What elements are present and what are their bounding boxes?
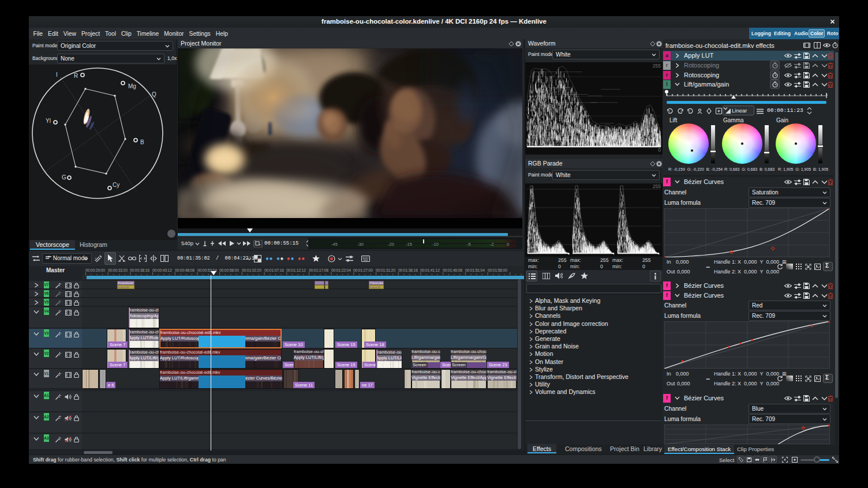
svg-text:Yl: Yl	[46, 118, 51, 124]
svg-text:G: G	[62, 174, 66, 181]
svg-text:Cy: Cy	[113, 182, 119, 188]
svg-text:I: I	[56, 72, 58, 78]
svg-text:R: R	[74, 73, 78, 79]
svg-text:Q: Q	[152, 91, 156, 97]
svg-text:Mg: Mg	[128, 83, 136, 89]
svg-text:B: B	[140, 139, 144, 145]
